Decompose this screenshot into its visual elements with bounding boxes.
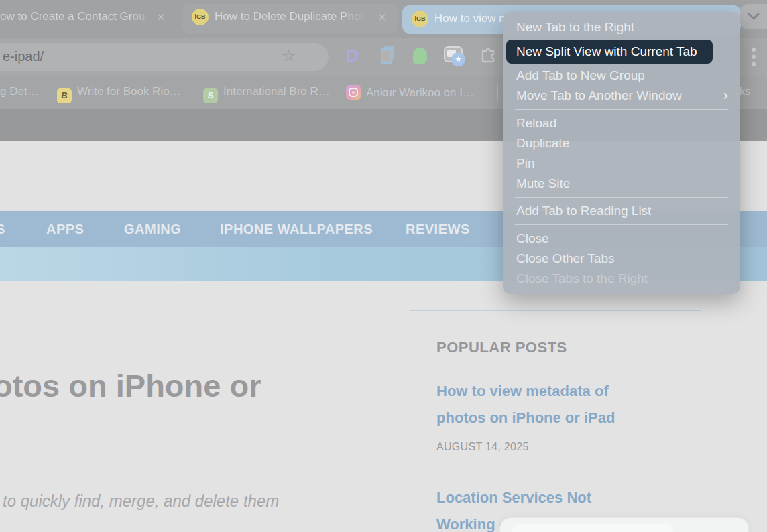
instagram-icon <box>346 85 361 100</box>
tab-context-menu: New Tab to the Right New Split View with… <box>503 12 740 294</box>
browser-window: ow to Create a Contact Grou ✕ iGB How to… <box>0 0 767 532</box>
submenu-arrow-icon: › <box>723 86 728 106</box>
bookmark-star-icon[interactable]: ☆ <box>282 47 296 65</box>
extension-evernote-icon[interactable] <box>413 48 427 64</box>
menu-separator <box>515 224 728 225</box>
bookmark-item[interactable]: g Det… <box>0 85 39 98</box>
close-tab-icon[interactable]: ✕ <box>374 9 390 25</box>
menu-item-close[interactable]: Close <box>503 228 740 249</box>
browser-menu-icon[interactable]: ••• <box>746 46 762 68</box>
menu-item-add-reading-list[interactable]: Add Tab to Reading List <box>503 201 740 221</box>
menu-item-close-other[interactable]: Close Other Tabs <box>503 249 740 269</box>
menu-item-move-to-window[interactable]: Move Tab to Another Window › <box>503 86 740 106</box>
article-intro-text: to quickly find, merge, and delete them <box>3 492 279 511</box>
address-bar[interactable]: e-ipad/ ☆ <box>0 43 329 71</box>
bookriot-icon: B <box>57 88 72 103</box>
tab-contact-group[interactable]: ow to Create a Contact Grou <box>0 10 153 23</box>
menu-item-close-tabs-right: Close Tabs to the Right <box>503 269 740 289</box>
tab-delete-duplicate-label: How to Delete Duplicate Phot <box>215 10 367 23</box>
url-text: e-ipad/ <box>3 49 44 64</box>
article-title: otos on iPhone or <box>0 367 261 404</box>
bottom-popup-overlay <box>499 517 749 532</box>
tab-search-button[interactable] <box>740 4 767 29</box>
extensions-puzzle-icon[interactable] <box>479 47 497 66</box>
bookmark-item[interactable]: Ankur Warikoo on I… <box>346 85 474 100</box>
nav-item-gaming[interactable]: GAMING <box>124 222 181 237</box>
bookmarks-divider <box>497 84 498 101</box>
nav-item-apps[interactable]: APPS <box>46 222 84 237</box>
shopify-icon: S <box>203 88 218 103</box>
post-date: AUGUST 14, 2025 <box>436 441 651 453</box>
menu-separator <box>515 109 728 110</box>
menu-item-new-split-view[interactable]: New Split View with Current Tab <box>506 40 713 64</box>
extension-d-icon[interactable]: D <box>346 46 359 66</box>
menu-item-add-to-group[interactable]: Add Tab to New Group <box>503 66 740 86</box>
popular-posts-heading: POPULAR POSTS <box>436 339 651 356</box>
nav-item-reviews[interactable]: REVIEWS <box>406 222 470 237</box>
menu-separator <box>515 197 728 198</box>
menu-item-reload[interactable]: Reload <box>503 113 740 133</box>
menu-item-mute-site[interactable]: Mute Site <box>503 174 740 194</box>
screenshot-star-badge: ★ <box>452 53 465 66</box>
extension-pages-icon[interactable] <box>381 48 392 64</box>
site-favicon: iGB <box>192 9 209 25</box>
menu-item-pin[interactable]: Pin <box>503 153 740 174</box>
page-content: otos on iPhone or to quickly find, merge… <box>0 281 767 532</box>
close-tab-icon[interactable]: ✕ <box>153 9 169 25</box>
extension-screenshot-icon[interactable]: ★ <box>444 46 463 62</box>
site-favicon: iGB <box>412 11 428 27</box>
menu-item-duplicate[interactable]: Duplicate <box>503 133 740 153</box>
popular-post-link[interactable]: How to view metadata of photos on iPhone… <box>436 378 650 431</box>
menu-item-new-tab-right[interactable]: New Tab to the Right <box>503 17 740 38</box>
nav-item-wallpapers[interactable]: IPHONE WALLPAPERS <box>220 222 373 237</box>
nav-item-partial[interactable]: S <box>0 222 5 237</box>
chevron-down-icon <box>747 12 762 21</box>
bookmark-item[interactable]: SInternational Bro R… <box>203 85 330 103</box>
popular-posts-card: POPULAR POSTS How to view metadata of ph… <box>410 310 701 532</box>
bookmark-item[interactable]: BWrite for Book Rio… <box>57 85 181 103</box>
